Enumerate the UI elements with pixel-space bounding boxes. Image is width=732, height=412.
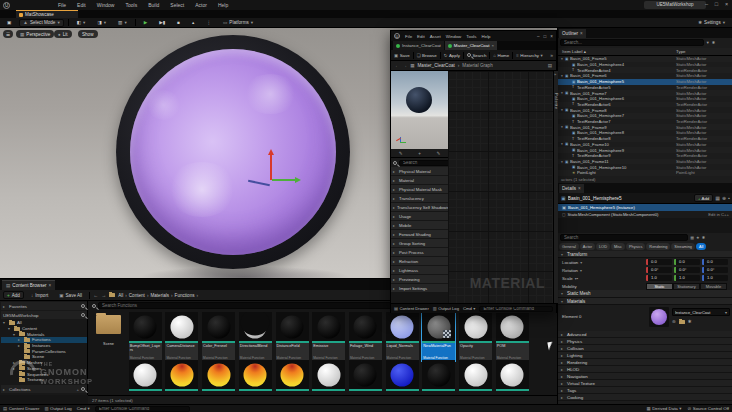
material-preview-viewport[interactable] bbox=[391, 71, 448, 149]
component-row-instance[interactable]: ▣ Basin_001_Hemisphere5 (Instance) bbox=[558, 204, 732, 211]
lock-icon[interactable]: ▪ bbox=[728, 195, 730, 201]
project-root-header[interactable]: UE5MatWorkshop bbox=[1, 311, 87, 319]
material-category-translucency-self-shadowing[interactable]: ▸Translucency Self Shadowing bbox=[391, 203, 448, 211]
close-icon[interactable]: × bbox=[550, 34, 553, 39]
material-category-usage[interactable]: ▸Usage bbox=[391, 212, 448, 220]
menu-file[interactable]: File bbox=[58, 2, 66, 8]
me-menu-window[interactable]: Window bbox=[446, 34, 462, 39]
material-category-forward-shading[interactable]: ▸Forward Shading bbox=[391, 230, 448, 238]
pin-icon[interactable]: ✎ bbox=[399, 151, 403, 156]
console-input[interactable] bbox=[479, 306, 553, 312]
details-category-advanced[interactable]: ▸Advanced bbox=[558, 331, 732, 338]
asset-tile[interactable] bbox=[239, 360, 272, 391]
details-settings-icon[interactable]: ✱ bbox=[702, 235, 705, 240]
browse-button[interactable]: ❏Browse bbox=[417, 53, 437, 58]
outliner-settings-icon[interactable]: ✱ bbox=[712, 40, 715, 45]
filter-chip-rendering[interactable]: Rendering bbox=[646, 243, 670, 250]
forward-icon[interactable]: → bbox=[403, 63, 408, 68]
asset-tile[interactable] bbox=[202, 360, 235, 391]
asset-tile[interactable] bbox=[312, 360, 345, 391]
details-category-collision[interactable]: ▸Collision bbox=[558, 345, 732, 352]
filter-chip-actor[interactable]: Actor bbox=[580, 243, 595, 250]
clearcoat-sphere-mesh[interactable] bbox=[130, 49, 336, 255]
asset-tile[interactable] bbox=[422, 360, 455, 391]
details-category-rendering[interactable]: ▸Rendering bbox=[558, 359, 732, 366]
menu-select[interactable]: Select bbox=[170, 2, 184, 8]
edit-in-cpp-link[interactable]: Edit in C++ bbox=[708, 212, 729, 217]
console-input[interactable] bbox=[95, 406, 190, 412]
import-button[interactable]: ↓Import bbox=[27, 291, 52, 299]
close-icon[interactable]: × bbox=[491, 43, 494, 48]
asset-tile[interactable] bbox=[459, 360, 492, 391]
add-component-button[interactable]: +Add bbox=[694, 194, 713, 202]
tools-dropdown-1[interactable]: ◧ ▾ bbox=[73, 19, 90, 27]
close-icon[interactable]: × bbox=[49, 283, 52, 288]
details-category-tags[interactable]: ▸Tags bbox=[558, 387, 732, 394]
filter-icon[interactable]: ▼ bbox=[706, 40, 710, 45]
forward-icon[interactable]: → bbox=[101, 292, 106, 298]
use-selected-icon[interactable]: ⊕ bbox=[672, 319, 676, 324]
transform-value-y[interactable]: 0.0 bbox=[674, 259, 700, 265]
me-menu-asset[interactable]: Asset bbox=[430, 34, 441, 39]
eject-icon[interactable]: ▴ bbox=[188, 19, 198, 27]
tools-dropdown-2[interactable]: ◨ ▾ bbox=[93, 19, 110, 27]
favorites-header[interactable]: ▸ Favorites bbox=[1, 302, 87, 310]
filter-chip-all[interactable]: All bbox=[696, 243, 706, 250]
gizmo-axis-y[interactable] bbox=[272, 179, 296, 181]
asset-tile-scene[interactable]: Scene bbox=[92, 312, 125, 354]
skip-icon[interactable]: ▶▮ bbox=[155, 19, 169, 27]
asset-tile-pom[interactable]: POMMaterial Function bbox=[496, 312, 529, 361]
me-menu-tools[interactable]: Tools bbox=[466, 34, 476, 39]
content-drawer-button[interactable]: ▤Content Drawer bbox=[3, 406, 39, 411]
material-select-dropdown[interactable]: Instance_ClearCoat ▾ bbox=[672, 308, 730, 316]
save-button[interactable]: ▣Save bbox=[394, 53, 410, 58]
platforms-dropdown[interactable]: ▭ Platforms ▾ bbox=[219, 19, 257, 27]
filter-chip-physics[interactable]: Physics bbox=[626, 243, 645, 250]
material-options-icon[interactable]: ✱ bbox=[688, 319, 692, 324]
transform-value-y[interactable]: 1.0 bbox=[674, 275, 700, 281]
home-button[interactable]: ⌂Home bbox=[493, 53, 509, 58]
mobility-static[interactable]: Static bbox=[646, 283, 673, 290]
gizmo-axis-z[interactable] bbox=[270, 154, 272, 180]
browse-to-asset-icon[interactable] bbox=[679, 320, 685, 324]
collections-header[interactable]: ▸ Collections + bbox=[1, 385, 87, 393]
maximize-icon[interactable]: □ bbox=[544, 34, 547, 39]
transform-value-z[interactable]: 1.0 bbox=[702, 275, 728, 281]
outliner-row[interactable]: ☀PointLightPointLight bbox=[558, 170, 732, 176]
cmd-dropdown[interactable]: Cmd▾ bbox=[77, 406, 90, 411]
tab-instance-clearcoat[interactable]: Instance_ClearCoat bbox=[393, 41, 444, 50]
minimize-icon[interactable]: – bbox=[537, 34, 540, 39]
pin-icon[interactable]: ✎ bbox=[436, 151, 440, 156]
asset-tile[interactable] bbox=[496, 360, 529, 391]
play-icon[interactable]: ▶ bbox=[140, 19, 152, 27]
tree-item-textures[interactable]: Textures bbox=[1, 377, 87, 383]
tab-master-clearcoat[interactable]: Master_ClearCoat × bbox=[445, 41, 497, 50]
transform-value-x[interactable]: 0.0 bbox=[646, 259, 672, 265]
material-category-refraction[interactable]: ▸Refraction bbox=[391, 257, 448, 265]
asset-tile[interactable] bbox=[165, 360, 198, 391]
mobility-stationary[interactable]: Stationary bbox=[673, 283, 700, 290]
transform-value-y[interactable]: 0.0° bbox=[674, 267, 700, 273]
content-browser-tab[interactable]: ▤ Content Browser × bbox=[2, 280, 55, 290]
asset-tile[interactable] bbox=[349, 360, 382, 391]
breadcrumb-segment[interactable]: Content bbox=[129, 293, 145, 298]
project-tab[interactable]: MatShowcase bbox=[16, 10, 78, 18]
search-icon[interactable] bbox=[81, 304, 85, 308]
expand-tabs-icon[interactable]: » bbox=[554, 73, 556, 77]
play-options-kebab-icon[interactable]: ⋮ bbox=[202, 19, 215, 27]
search-icon[interactable] bbox=[81, 387, 85, 391]
transform-value-x[interactable]: 0.0° bbox=[646, 267, 672, 273]
material-category-previewing[interactable]: ▸Previewing bbox=[391, 275, 448, 283]
menu-help[interactable]: Help bbox=[218, 2, 228, 8]
add-collection-icon[interactable]: + bbox=[76, 387, 79, 392]
filter-chip-general[interactable]: General bbox=[559, 243, 579, 250]
asset-tile[interactable] bbox=[129, 360, 162, 391]
cmd-dropdown[interactable]: Cmd▾ bbox=[463, 306, 475, 311]
outliner-tab[interactable]: Outliner × bbox=[559, 29, 586, 38]
asset-tile[interactable] bbox=[276, 360, 309, 391]
content-drawer-button[interactable]: ▤Content Drawer bbox=[394, 306, 429, 311]
details-category-virtual-texture[interactable]: ▸Virtual Texture bbox=[558, 380, 732, 387]
viewport-menu-icon[interactable]: ☰ bbox=[3, 30, 13, 38]
material-thumbnail[interactable] bbox=[649, 307, 669, 327]
menu-build[interactable]: Build bbox=[148, 2, 159, 8]
